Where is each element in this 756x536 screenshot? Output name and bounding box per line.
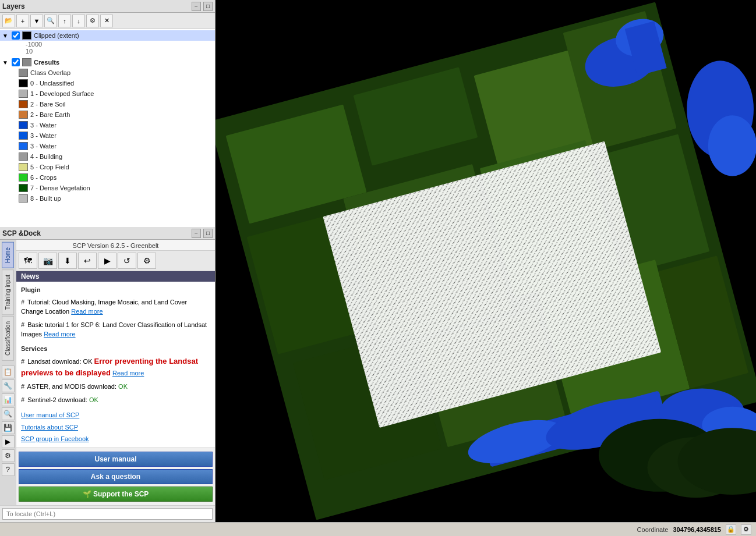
label-developed-surface: 1 - Developed Surface: [30, 90, 213, 97]
status-icon-settings[interactable]: ⚙: [741, 524, 751, 535]
layers-panel-titlebar: Layers − □: [0, 0, 215, 13]
scp-btn-run[interactable]: ▶: [98, 253, 116, 269]
ask-question-btn[interactable]: Ask a question: [19, 469, 213, 484]
scp-btn-download[interactable]: ⬇: [58, 253, 77, 269]
news-text-1: Tutorial: Cloud Masking, Image Mosaic, a…: [21, 299, 187, 315]
clipped-expand[interactable]: ▼: [2, 33, 9, 39]
status-icon-lock[interactable]: 🔒: [726, 524, 736, 535]
plugin-title: Plugin: [21, 285, 210, 295]
color-bare-earth: [19, 111, 28, 119]
scp-icon-5[interactable]: 💾: [2, 421, 15, 434]
cresults-checkbox[interactable]: [12, 58, 20, 66]
search-bar: [0, 505, 215, 522]
clipped-layer-item[interactable]: ▼ Clipped (extent): [0, 30, 215, 41]
map-area[interactable]: [216, 0, 756, 522]
layer-built-up[interactable]: 8 - Built up: [0, 193, 215, 204]
scp-version-label: SCP Version 6.2.5 - Greenbelt: [16, 240, 215, 251]
search-input[interactable]: [2, 508, 213, 520]
layers-maximize-btn[interactable]: □: [203, 2, 213, 11]
scp-icon-8[interactable]: ?: [2, 463, 15, 476]
color-crops: [19, 173, 28, 182]
news-service-text-1: Landsat download: OK: [27, 358, 94, 365]
scp-btn-settings[interactable]: ⚙: [137, 253, 156, 269]
cresults-layer-name: Cresults: [34, 59, 213, 66]
link-user-manual[interactable]: User manual of SCP: [21, 410, 210, 420]
support-scp-btn[interactable]: 🌱 Support the SCP: [19, 487, 213, 502]
news-hash-1: #: [21, 299, 24, 306]
scp-btn-map[interactable]: 🗺: [19, 253, 37, 269]
layer-unclassified[interactable]: 0 - Unclassified: [0, 78, 215, 88]
scp-minimize-btn[interactable]: −: [192, 229, 201, 238]
layer-building[interactable]: 4 - Building: [0, 151, 215, 162]
label-class-overlap: Class Overlap: [30, 69, 213, 76]
layers-minimize-btn[interactable]: −: [192, 2, 201, 11]
layers-remove-btn[interactable]: ✕: [100, 15, 113, 27]
scp-icon-2[interactable]: 🔧: [2, 379, 15, 392]
scp-sidebar: Home Training input Classification 📋 🔧 📊…: [0, 240, 16, 505]
news-service-link-1[interactable]: Read more: [112, 370, 144, 377]
color-water-3: [19, 142, 28, 150]
scp-toolbar: 🗺 📷 ⬇ ↩ ▶ ↺ ⚙: [16, 251, 215, 271]
scp-tab-home[interactable]: Home: [2, 242, 14, 268]
label-bare-earth: 2 - Bare Earth: [30, 111, 213, 118]
clipped-icon: [22, 31, 31, 40]
scp-icon-7[interactable]: ⚙: [2, 449, 15, 462]
layers-settings-btn[interactable]: ⚙: [86, 15, 99, 27]
layer-dense-vegetation[interactable]: 7 - Dense Vegetation: [0, 183, 215, 193]
news-link-1[interactable]: Read more: [71, 308, 103, 315]
scp-icon-4[interactable]: 🔍: [2, 407, 15, 420]
svg-point-27: [708, 115, 756, 176]
status-bar: Coordinate 304796,4345815 🔒 ⚙: [0, 522, 756, 536]
layer-bare-earth[interactable]: 2 - Bare Earth: [0, 109, 215, 120]
layer-crop-field[interactable]: 5 - Crop Field: [0, 162, 215, 172]
scp-icon-6[interactable]: ▶: [2, 435, 15, 448]
clipped-value-10: 10: [0, 48, 215, 55]
layers-search-btn[interactable]: 🔍: [44, 15, 57, 27]
label-dense-vegetation: 7 - Dense Vegetation: [30, 184, 213, 191]
layers-filter-btn[interactable]: ▼: [30, 15, 43, 27]
news-link-2[interactable]: Read more: [44, 331, 75, 338]
news-hash-s2: #: [21, 383, 24, 390]
layer-developed-surface[interactable]: 1 - Developed Surface: [0, 88, 215, 99]
layers-add-btn[interactable]: +: [16, 15, 29, 27]
scp-icon-1[interactable]: 📋: [2, 365, 15, 378]
scp-maximize-btn[interactable]: □: [203, 229, 213, 238]
cresults-expand[interactable]: ▼: [2, 59, 9, 66]
clipped-checkbox[interactable]: [12, 31, 20, 40]
color-bare-soil: [19, 100, 28, 108]
label-crop-field: 5 - Crop Field: [30, 164, 213, 171]
color-developed-surface: [19, 90, 28, 98]
cresults-icon: [22, 58, 31, 66]
label-water-2: 3 - Water: [30, 132, 213, 139]
news-item-2: # Basic tutorial 1 for SCP 6: Land Cover…: [21, 320, 210, 339]
layer-bare-soil[interactable]: 2 - Bare Soil: [0, 99, 215, 109]
layer-class-overlap[interactable]: Class Overlap: [0, 68, 215, 78]
scp-tab-training[interactable]: Training input: [2, 269, 14, 315]
cresults-layer-item[interactable]: ▼ Cresults: [0, 57, 215, 68]
link-tutorials[interactable]: Tutorials about SCP: [21, 423, 210, 432]
layers-up-btn[interactable]: ↑: [58, 15, 71, 27]
layers-down-btn[interactable]: ↓: [72, 15, 85, 27]
link-facebook[interactable]: SCP group in Facebook: [21, 434, 210, 444]
layers-content: ▼ Clipped (extent) -1000 10 ▼ Cresults: [0, 29, 215, 227]
scp-icon-3[interactable]: 📊: [2, 393, 15, 406]
color-water-1: [19, 121, 28, 129]
scp-btn-reset[interactable]: ↺: [118, 253, 136, 269]
news-service-1: # Landsat download: OK Error preventing …: [21, 356, 210, 378]
label-bare-soil: 2 - Bare Soil: [30, 101, 213, 108]
scp-btn-back[interactable]: ↩: [78, 253, 97, 269]
coordinate-value: 304796,4345815: [673, 526, 721, 533]
layer-crops[interactable]: 6 - Crops: [0, 172, 215, 183]
layer-water-2[interactable]: 3 - Water: [0, 130, 215, 141]
color-built-up: [19, 194, 28, 203]
scp-panel-titlebar: SCP &Dock − □: [0, 227, 215, 240]
scp-btn-image[interactable]: 📷: [38, 253, 57, 269]
layer-water-1[interactable]: 3 - Water: [0, 120, 215, 130]
user-manual-btn[interactable]: User manual: [19, 452, 213, 467]
scp-tab-classification[interactable]: Classification: [2, 316, 14, 361]
label-water-3: 3 - Water: [30, 143, 213, 150]
news-service-2: # ASTER, and MODIS download: OK: [21, 382, 210, 392]
layer-water-3[interactable]: 3 - Water: [0, 141, 215, 151]
layers-open-btn[interactable]: 📂: [2, 15, 15, 27]
color-unclassified: [19, 79, 28, 87]
